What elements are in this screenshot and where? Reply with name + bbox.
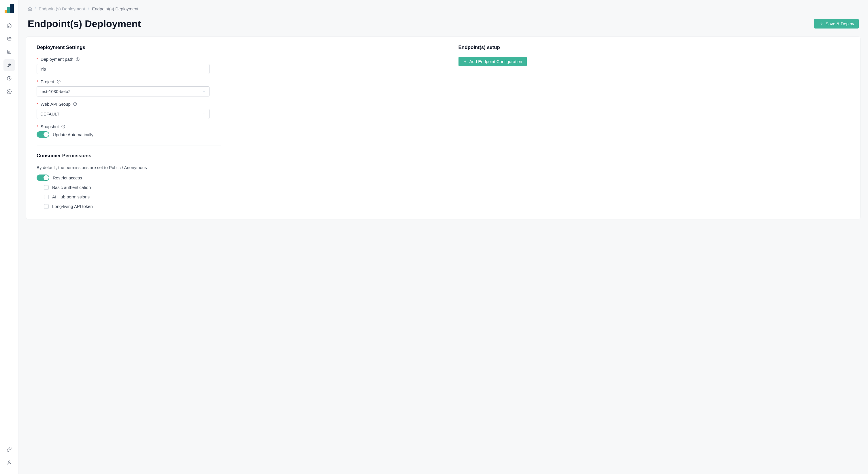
page-title: Endpoint(s) Deployment	[28, 18, 141, 29]
info-icon[interactable]	[57, 79, 61, 84]
main-content: / Endpoint(s) Deployment / Endpoint(s) D…	[19, 0, 868, 474]
svg-rect-0	[10, 4, 14, 13]
consumer-permissions-title: Consumer Permissions	[37, 153, 428, 159]
settings-card: Deployment Settings * Deployment path *	[26, 36, 861, 219]
basic-auth-checkbox[interactable]	[44, 185, 49, 190]
deployment-path-input[interactable]	[37, 64, 210, 74]
chevron-down-icon	[202, 90, 206, 93]
web-api-group-label: Web API Group	[41, 102, 71, 107]
info-icon[interactable]	[61, 125, 65, 129]
svg-rect-1	[7, 7, 10, 13]
add-endpoint-label: Add Endpoint Configuration	[469, 59, 522, 64]
snapshot-toggle-label: Update Automatically	[53, 132, 93, 137]
svg-rect-2	[5, 10, 7, 13]
project-value: test-1030-beta2	[40, 89, 71, 94]
endpoints-setup-title: Endpoint(s) setup	[459, 45, 850, 50]
breadcrumb-separator: /	[35, 6, 36, 11]
required-marker: *	[37, 79, 38, 84]
deployment-settings-title: Deployment Settings	[37, 45, 428, 50]
deployment-path-label: Deployment path	[41, 57, 73, 62]
sidebar	[0, 0, 19, 474]
save-deploy-label: Save & Deploy	[826, 21, 854, 26]
nav-clock-icon[interactable]	[3, 73, 15, 84]
nav-home-icon[interactable]	[3, 20, 15, 31]
web-api-group-select[interactable]: DEFAULT	[37, 109, 210, 119]
breadcrumb-separator: /	[88, 6, 89, 11]
basic-auth-label: Basic authentication	[52, 185, 91, 190]
project-select[interactable]: test-1030-beta2	[37, 87, 210, 97]
permissions-description: By default, the permissions are set to P…	[37, 165, 428, 170]
restrict-access-label: Restrict access	[53, 175, 82, 180]
app-logo	[4, 3, 14, 14]
add-endpoint-button[interactable]: Add Endpoint Configuration	[459, 57, 527, 66]
nav-link-icon[interactable]	[3, 443, 15, 455]
section-divider	[37, 145, 221, 145]
nav-chart-icon[interactable]	[3, 46, 15, 58]
svg-point-11	[75, 103, 75, 104]
nav-folder-icon[interactable]	[3, 33, 15, 44]
info-icon[interactable]	[75, 57, 80, 61]
svg-point-13	[63, 126, 63, 126]
required-marker: *	[37, 102, 38, 107]
ai-hub-label: AI Hub permissions	[52, 194, 90, 199]
nav-wrench-icon[interactable]	[3, 59, 15, 71]
svg-point-4	[8, 91, 10, 93]
arrow-right-icon	[819, 22, 823, 26]
restrict-access-toggle[interactable]	[37, 174, 49, 181]
info-icon[interactable]	[73, 102, 77, 106]
required-marker: *	[37, 57, 38, 62]
api-token-label: Long-living API token	[52, 204, 93, 209]
svg-point-7	[78, 59, 78, 59]
breadcrumb-current: Endpoint(s) Deployment	[92, 6, 138, 11]
breadcrumb: / Endpoint(s) Deployment / Endpoint(s) D…	[19, 0, 868, 11]
snapshot-label: Snapshot	[41, 124, 59, 129]
nav-user-icon[interactable]	[3, 457, 15, 468]
web-api-group-value: DEFAULT	[40, 111, 59, 116]
nav-gear-icon[interactable]	[3, 86, 15, 97]
ai-hub-checkbox[interactable]	[44, 195, 49, 199]
save-deploy-button[interactable]: Save & Deploy	[814, 19, 859, 29]
breadcrumb-link[interactable]: Endpoint(s) Deployment	[39, 6, 85, 11]
home-icon[interactable]	[28, 7, 32, 11]
snapshot-toggle[interactable]	[37, 131, 49, 138]
required-marker: *	[37, 124, 38, 129]
project-label: Project	[41, 79, 54, 84]
plus-icon	[463, 60, 467, 64]
chevron-down-icon	[202, 112, 206, 116]
svg-point-5	[8, 461, 10, 463]
api-token-checkbox[interactable]	[44, 204, 49, 209]
